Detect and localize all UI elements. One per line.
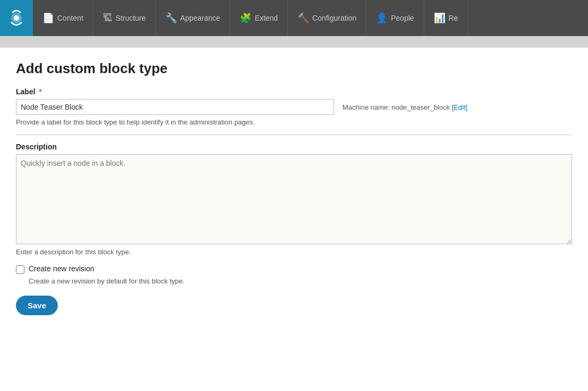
label-input[interactable]: [16, 99, 334, 115]
revision-label[interactable]: Create new revision: [29, 264, 94, 273]
main-content: Add custom block type Label * Machine na…: [0, 48, 588, 328]
page-title: Add custom block type: [16, 60, 572, 77]
nav-structure-label: Structure: [116, 14, 146, 22]
configuration-icon: 🔨: [297, 12, 309, 24]
subheader-bar: [0, 36, 588, 48]
nav-people[interactable]: 👤 People: [366, 0, 424, 36]
nav-appearance-label: Appearance: [180, 14, 221, 22]
site-logo[interactable]: [0, 0, 33, 36]
machine-name-value: node_teaser_block: [392, 103, 450, 111]
reports-icon: 📊: [434, 12, 445, 24]
machine-name-display: Machine name: node_teaser_block [Edit]: [343, 103, 468, 111]
revision-group: Create new revision Create a new revisio…: [16, 264, 572, 285]
top-navbar: 📄 Content 🏗 Structure 🔧 Appearance 🧩 Ext…: [0, 0, 588, 36]
appearance-icon: 🔧: [165, 12, 177, 24]
description-form-group: Description Enter a description for this…: [16, 135, 572, 256]
save-button[interactable]: Save: [16, 296, 58, 315]
people-icon: 👤: [376, 12, 388, 24]
nav-extend[interactable]: 🧩 Extend: [230, 0, 288, 36]
revision-checkbox-row: Create new revision: [16, 264, 572, 274]
required-indicator: *: [39, 87, 41, 96]
nav-items: 📄 Content 🏗 Structure 🔧 Appearance 🧩 Ext…: [33, 0, 588, 36]
description-label: Description: [16, 135, 572, 151]
label-form-group: Label * Machine name: node_teaser_block …: [16, 87, 572, 126]
nav-reports-label: Re: [449, 14, 458, 22]
machine-name-prefix: Machine name:: [343, 103, 392, 111]
label-input-row: Machine name: node_teaser_block [Edit]: [16, 99, 572, 115]
nav-content-label: Content: [57, 14, 83, 22]
label-field-label: Label: [16, 87, 36, 96]
label-help-text: Provide a label for this block type to h…: [16, 118, 572, 126]
content-icon: 📄: [42, 12, 54, 24]
nav-people-label: People: [391, 14, 414, 22]
revision-checkbox[interactable]: [16, 265, 24, 274]
extend-icon: 🧩: [240, 12, 251, 24]
nav-reports[interactable]: 📊 Re: [424, 0, 468, 36]
nav-structure[interactable]: 🏗 Structure: [93, 0, 156, 36]
description-textarea[interactable]: [16, 154, 572, 244]
nav-content[interactable]: 📄 Content: [33, 0, 93, 36]
structure-icon: 🏗: [103, 13, 112, 24]
revision-help-text: Create a new revision by default for thi…: [29, 277, 572, 285]
nav-configuration-label: Configuration: [312, 14, 356, 22]
nav-configuration[interactable]: 🔨 Configuration: [288, 0, 366, 36]
nav-extend-label: Extend: [254, 14, 278, 22]
svg-point-2: [14, 15, 19, 21]
description-help-text: Enter a description for this block type.: [16, 248, 572, 256]
machine-name-edit-link[interactable]: [Edit]: [452, 103, 468, 111]
nav-appearance[interactable]: 🔧 Appearance: [156, 0, 231, 36]
